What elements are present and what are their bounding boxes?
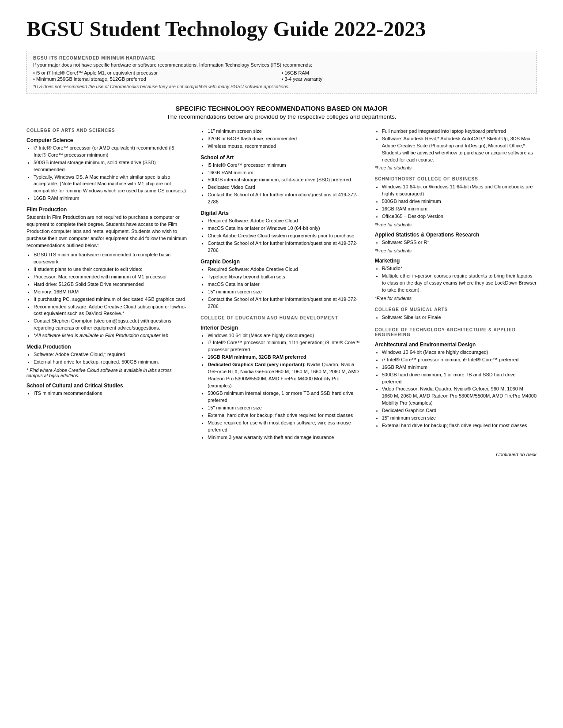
list-item: Typically, Windows OS. A Mac machine wit… bbox=[34, 174, 188, 195]
hw-spec-3: • Minimum 256GB internal storage, 512GB … bbox=[33, 76, 282, 82]
film-production-list: BGSU ITS minimum hardware recommended to… bbox=[26, 251, 188, 339]
film-production-title: Film Production bbox=[26, 206, 188, 213]
list-item: Office365 – Desktop Version bbox=[382, 213, 537, 220]
school-cultural-list: ITS minimum recommendations bbox=[26, 390, 188, 397]
schmidthorst-free-note: *Free for students bbox=[375, 222, 537, 227]
list-item: Required Software: Adobe Creative Cloud bbox=[208, 266, 362, 273]
list-item: 15" minimum screen size bbox=[208, 289, 362, 296]
interior-design-list: Windows 10 64-bit (Macs are highly disco… bbox=[200, 332, 362, 441]
list-item: macOS Catalina or later or Windows 10 (6… bbox=[208, 225, 362, 232]
graphic-design-list: Required Software: Adobe Creative Cloud … bbox=[200, 266, 362, 310]
list-item: Mouse required for use with most design … bbox=[208, 420, 362, 434]
list-item: 500GB internal storage minimum, solid-st… bbox=[208, 176, 362, 184]
list-item: 15" minimum screen size bbox=[208, 405, 362, 412]
media-production-list: Software: Adobe Creative Cloud,* require… bbox=[26, 351, 188, 366]
hardware-box-title: BGSU ITS RECOMMENDED MINIMUM HARDWARE bbox=[33, 56, 530, 60]
section-header-subtitle: The recommendations below are provided b… bbox=[26, 113, 537, 120]
schmidthorst-college-title: SCHMIDTHORST COLLEGE OF BUSINESS bbox=[375, 176, 537, 181]
musical-arts-list: Software: Sibelius or Finale bbox=[375, 314, 537, 321]
list-item: Multiple other in-person courses require… bbox=[382, 273, 537, 294]
list-item: Dedicated Video Card bbox=[208, 184, 362, 191]
main-content: COLLEGE OF ARTS AND SCIENCES Computer Sc… bbox=[26, 128, 537, 443]
col3-top-list: Full number pad integrated into laptop k… bbox=[375, 128, 537, 164]
list-item: Windows 10 64-bit or Windows 11 64-bit (… bbox=[382, 184, 537, 198]
section-header-title: SPECIFIC TECHNOLOGY RECOMMENDATIONS BASE… bbox=[26, 105, 537, 112]
list-item: If purchasing PC, suggested minimum of d… bbox=[34, 296, 188, 303]
list-item: *All software listed is available in Fil… bbox=[34, 332, 188, 339]
applied-stats-free-note: *Free for students bbox=[375, 248, 537, 253]
list-item: Dedicated Graphics Card (very important)… bbox=[208, 361, 362, 390]
list-item: 16GB RAM minimum bbox=[382, 364, 537, 371]
list-item: External hard drive for backup, required… bbox=[34, 359, 188, 366]
arch-env-design-title: Architectural and Environmental Design bbox=[375, 341, 537, 348]
list-item: Required Software: Adobe Creative Cloud bbox=[208, 218, 362, 225]
list-item: 16GB RAM minimum bbox=[208, 169, 362, 176]
computer-science-title: Computer Science bbox=[26, 137, 188, 143]
applied-stats-list: Software: SPSS or R* bbox=[375, 239, 537, 246]
musical-arts-title: COLLEGE OF MUSICAL ARTS bbox=[375, 307, 537, 312]
continued-label: Continued on back bbox=[26, 452, 537, 457]
media-production-title: Media Production bbox=[26, 344, 188, 350]
school-of-art-list: i5 Intel® Core™ processor minimum 16GB R… bbox=[200, 162, 362, 206]
applied-stats-title: Applied Statistics & Operations Research bbox=[375, 232, 537, 238]
list-item: i5 Intel® Core™ processor minimum bbox=[208, 162, 362, 169]
section-header: SPECIFIC TECHNOLOGY RECOMMENDATIONS BASE… bbox=[26, 105, 537, 120]
list-item: R/Studio* bbox=[382, 265, 537, 272]
page-title: BGSU Student Technology Guide 2022-2023 bbox=[26, 18, 537, 41]
column-1: COLLEGE OF ARTS AND SCIENCES Computer Sc… bbox=[26, 128, 188, 443]
list-item: Software: Autodesk Revit,* Autodesk Auto… bbox=[382, 135, 537, 164]
hardware-specs-grid: • i5 or i7 Intel® Core!™ Apple M1, or eq… bbox=[33, 70, 530, 82]
digital-arts-list: Required Software: Adobe Creative Cloud … bbox=[200, 218, 362, 254]
list-item: Check Adobe Creative Cloud system requir… bbox=[208, 233, 362, 240]
graphic-design-title: Graphic Design bbox=[200, 259, 362, 265]
hardware-box: BGSU ITS RECOMMENDED MINIMUM HARDWARE If… bbox=[26, 51, 537, 94]
list-item: i7 Intel® Core™ processor minimum, i9 In… bbox=[382, 356, 537, 364]
list-item: 32GB or 64GB flash drive, recommended bbox=[208, 135, 362, 143]
list-item: External hard drive for backup; flash dr… bbox=[382, 422, 537, 429]
list-item: Processor: Mac recommended with minimum … bbox=[34, 274, 188, 281]
list-item: BGSU ITS minimum hardware recommended to… bbox=[34, 251, 188, 266]
list-item: 16GB RAM minimum bbox=[34, 195, 188, 202]
list-item: Minimum 3-year warranty with theft and d… bbox=[208, 434, 362, 441]
list-item: 500GB minimum internal storage, 1 or mor… bbox=[208, 390, 362, 404]
marketing-free-note: *Free for students bbox=[375, 296, 537, 301]
school-of-art-title: School of Art bbox=[200, 154, 362, 161]
list-item: Contact the School of Art for further in… bbox=[208, 296, 362, 310]
list-item: Contact Stephen Crompton (stecrom@bgsu.e… bbox=[34, 318, 188, 332]
list-item: i7 Intel® Core™ processor minimum, 11th … bbox=[208, 339, 362, 353]
list-item: Memory: 16BM RAM bbox=[34, 289, 188, 296]
list-item: Typeface library beyond built-in sets bbox=[208, 274, 362, 281]
school-cultural-title: School of Cultural and Critical Studies bbox=[26, 383, 188, 389]
marketing-title: Marketing bbox=[375, 258, 537, 264]
hardware-box-note: *ITS does not recommend the use of Chrom… bbox=[33, 84, 530, 89]
list-item: 16GB RAM minimum, 32GB RAM preferred bbox=[208, 354, 362, 361]
list-item: macOS Catalina or later bbox=[208, 281, 362, 288]
list-item: Software: Adobe Creative Cloud,* require… bbox=[34, 351, 188, 358]
list-item: 500GB hard drive minimum, 1 or more TB a… bbox=[382, 372, 537, 386]
interior-design-title: Interior Design bbox=[200, 325, 362, 331]
screen-size-list: 11" minimum screen size 32GB or 64GB fla… bbox=[200, 128, 362, 150]
list-item: Dedicated Graphics Card bbox=[382, 407, 537, 414]
list-item: Windows 10 64-bit (Macs are highly disco… bbox=[208, 332, 362, 339]
list-item: Windows 10 64-bit (Macs are highly disco… bbox=[382, 349, 537, 356]
list-item: 500GB hard drive minimum bbox=[382, 198, 537, 205]
hardware-box-intro: If your major does not have specific har… bbox=[33, 62, 530, 68]
film-production-body: Students in Film Production are not requ… bbox=[26, 214, 188, 249]
technology-architecture-title: COLLEGE OF TECHNOLOGY ARCHITECTURE & APP… bbox=[375, 327, 537, 337]
marketing-list: R/Studio* Multiple other in-person cours… bbox=[375, 265, 537, 294]
list-item: i7 Intel® Core™ processor (or AMD equiva… bbox=[34, 145, 188, 159]
media-production-note: * Find where Adobe Creative Cloud softwa… bbox=[26, 368, 188, 378]
list-item: External hard drive for backup; flash dr… bbox=[208, 412, 362, 419]
list-item: 11" minimum screen size bbox=[208, 128, 362, 135]
list-item: Video Processor: Nvidia Quadro, Nvidia® … bbox=[382, 386, 537, 407]
list-item: 500GB internal storage minimum, solid-st… bbox=[34, 159, 188, 173]
college-arts-sciences: COLLEGE OF ARTS AND SCIENCES Computer Sc… bbox=[26, 128, 188, 397]
list-item: ITS minimum recommendations bbox=[34, 390, 188, 397]
digital-arts-title: Digital Arts bbox=[200, 210, 362, 216]
list-item: 16GB RAM minimum bbox=[382, 206, 537, 213]
list-item: Wireless mouse, recommended bbox=[208, 143, 362, 150]
list-item: Recommended software: Adobe Creative Clo… bbox=[34, 304, 188, 318]
list-item: Hard drive: 512GB Solid State Drive reco… bbox=[34, 281, 188, 288]
list-item: Full number pad integrated into laptop k… bbox=[382, 128, 537, 135]
schmidthorst-list: Windows 10 64-bit or Windows 11 64-bit (… bbox=[375, 184, 537, 220]
